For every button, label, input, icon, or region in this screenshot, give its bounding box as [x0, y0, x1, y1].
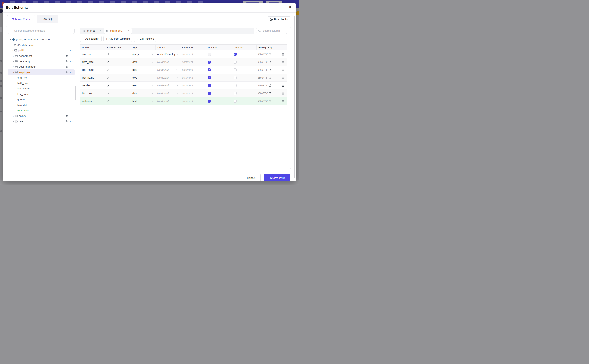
more-icon[interactable]: ⋯ [70, 54, 73, 57]
tree-scrollbar[interactable] [75, 86, 76, 100]
pencil-icon[interactable] [107, 76, 110, 79]
type-select[interactable]: date [131, 92, 155, 95]
trash-icon[interactable] [282, 76, 284, 79]
default-select[interactable]: No default [155, 100, 180, 103]
tree-item-table-dept-emp[interactable]: ▸ dept_emp ⋯ [8, 59, 74, 64]
copy-icon[interactable] [66, 60, 68, 63]
column-name-cell[interactable]: hire_date [80, 92, 105, 95]
more-icon[interactable]: ⋯ [70, 114, 73, 117]
close-icon[interactable]: ✕ [100, 30, 102, 32]
comment-input[interactable]: comment [180, 100, 206, 103]
tree-item-table-department[interactable]: ▸ department ⋯ [8, 53, 74, 59]
comment-input[interactable]: comment [180, 53, 206, 56]
trash-icon[interactable] [282, 61, 284, 64]
caret-right-icon[interactable]: ▸ [12, 120, 15, 122]
caret-down-icon[interactable]: ▾ [12, 71, 15, 73]
classification-cell[interactable] [105, 53, 131, 56]
primary-checkbox[interactable] [234, 84, 237, 87]
comment-input[interactable]: comment [180, 76, 206, 79]
tree-item-table-dept-manager[interactable]: ▸ dept_manager ⋯ [8, 64, 74, 70]
tab-chip-table[interactable]: public.em... ✕ [104, 28, 132, 33]
default-select[interactable]: nextval('employ [155, 53, 180, 56]
copy-icon[interactable] [66, 55, 68, 57]
type-select[interactable]: text [131, 84, 155, 87]
more-icon[interactable]: ⋯ [70, 44, 73, 46]
more-icon[interactable]: ⋯ [70, 120, 73, 123]
not-null-checkbox[interactable]: ✓ [208, 100, 211, 103]
tree-item-table-title[interactable]: ▸ title ⋯ [8, 119, 74, 124]
close-icon[interactable]: ✕ [288, 5, 292, 9]
edit-icon[interactable] [268, 53, 271, 56]
default-select[interactable]: No default [155, 84, 180, 87]
classification-cell[interactable] [105, 92, 131, 95]
not-null-checkbox[interactable]: ✓ [208, 76, 211, 79]
trash-icon[interactable] [282, 53, 284, 56]
caret-down-icon[interactable]: ▾ [9, 39, 12, 40]
edit-icon[interactable] [268, 69, 271, 71]
type-select[interactable]: text [131, 100, 155, 103]
tree-item-column[interactable]: last_name [8, 91, 74, 97]
pencil-icon[interactable] [107, 100, 110, 102]
edit-icon[interactable] [268, 61, 271, 63]
primary-checkbox[interactable] [234, 76, 237, 79]
type-select[interactable]: integer [131, 53, 155, 56]
tree-item-column[interactable]: gender [8, 97, 74, 102]
trash-icon[interactable] [282, 69, 284, 72]
caret-down-icon[interactable]: ▾ [11, 44, 13, 46]
tree-item-schema-public[interactable]: ▾ public ⋯ [8, 48, 74, 53]
not-null-checkbox[interactable]: ✓ [208, 68, 211, 72]
comment-input[interactable]: comment [180, 92, 206, 95]
edit-indexes-button[interactable]: ◇ Edit indexes [134, 36, 156, 42]
classification-cell[interactable] [105, 61, 131, 63]
edit-icon[interactable] [268, 100, 271, 102]
column-search-input[interactable] [262, 29, 291, 32]
modal-scrollbar[interactable] [294, 16, 295, 178]
tree-item-column[interactable]: birth_date [8, 81, 74, 86]
comment-input[interactable]: comment [180, 69, 206, 72]
not-null-checkbox[interactable]: ✓ [208, 92, 211, 95]
copy-icon[interactable] [66, 71, 68, 73]
classification-cell[interactable] [105, 69, 131, 71]
trash-icon[interactable] [282, 92, 284, 95]
pencil-icon[interactable] [107, 92, 110, 95]
tree-item-table-employee[interactable]: ▾ employee ⋯ [8, 70, 74, 75]
column-name-cell[interactable]: first_name [80, 69, 105, 72]
tree-item-table-salary[interactable]: ▸ salary ⋯ [8, 113, 74, 119]
add-column-button[interactable]: + Add column [80, 36, 102, 42]
comment-input[interactable]: comment [180, 84, 206, 87]
pencil-icon[interactable] [107, 69, 110, 71]
pencil-icon[interactable] [107, 53, 110, 56]
more-icon[interactable]: ⋯ [70, 49, 73, 52]
edit-icon[interactable] [268, 84, 271, 87]
copy-icon[interactable] [66, 120, 68, 123]
not-null-checkbox[interactable]: ✓ [208, 60, 211, 64]
tree-item-database[interactable]: ▾ (Prod) hr_prod ⋯ [8, 42, 74, 48]
default-select[interactable]: No default [155, 76, 180, 79]
caret-down-icon[interactable]: ▾ [11, 49, 14, 52]
primary-checkbox[interactable] [234, 68, 237, 72]
primary-checkbox[interactable] [234, 100, 237, 103]
more-icon[interactable]: ⋯ [70, 65, 73, 68]
edit-icon[interactable] [268, 76, 271, 79]
default-select[interactable]: No default [155, 92, 180, 95]
trash-icon[interactable] [282, 84, 284, 87]
comment-input[interactable]: comment [180, 61, 206, 64]
tab-schema-editor[interactable]: Schema Editor [7, 15, 35, 23]
type-select[interactable]: date [131, 61, 155, 64]
copy-icon[interactable] [66, 65, 68, 68]
column-name-cell[interactable]: last_name [80, 76, 105, 79]
classification-cell[interactable] [105, 76, 131, 79]
add-from-template-button[interactable]: + Add from template [103, 36, 133, 42]
cancel-button[interactable]: Cancel [242, 174, 260, 181]
primary-checkbox[interactable]: ✓ [234, 53, 237, 56]
more-icon[interactable]: ⋯ [70, 71, 73, 74]
more-icon[interactable]: ⋯ [70, 60, 73, 63]
default-select[interactable]: No default [155, 69, 180, 72]
not-null-checkbox[interactable]: ✓ [208, 84, 211, 87]
default-select[interactable]: No default [155, 61, 180, 64]
tab-raw-sql[interactable]: Raw SQL [37, 15, 58, 23]
preview-issue-button[interactable]: Preview issue [264, 174, 290, 181]
tree-item-column[interactable]: hire_date [8, 102, 74, 108]
tree-search-input[interactable] [14, 29, 73, 32]
column-name-cell[interactable]: nickname [80, 100, 105, 103]
